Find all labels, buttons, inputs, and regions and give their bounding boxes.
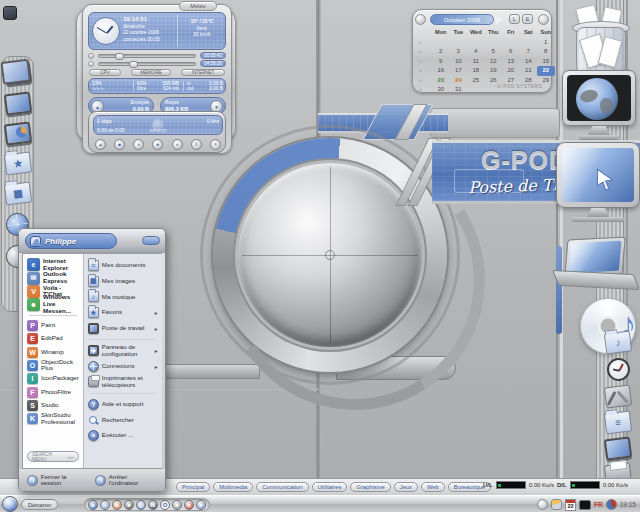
- calendar-day[interactable]: 14: [520, 57, 538, 66]
- slider-cap[interactable]: [88, 61, 94, 67]
- calendar-day[interactable]: 31: [450, 85, 468, 94]
- tools-icon[interactable]: [604, 384, 632, 408]
- taskbar-group-button[interactable]: Graphisme: [350, 482, 390, 492]
- taskbar-group-button[interactable]: Communication: [256, 482, 308, 492]
- calendar-day[interactable]: 9: [432, 57, 450, 66]
- start-label[interactable]: Démarrer: [21, 499, 58, 510]
- menu-item[interactable]: IIconPackager: [25, 372, 81, 385]
- favorites-folder-icon[interactable]: ★: [3, 151, 31, 175]
- taskbar-group-button[interactable]: Jeux: [394, 482, 418, 492]
- menu-item[interactable]: ♪Ma musique: [86, 289, 160, 305]
- slider-thumb[interactable]: [115, 53, 124, 60]
- taskbar-group-button[interactable]: Principal: [176, 482, 210, 492]
- laptop-icon[interactable]: [556, 238, 640, 298]
- calendar-day[interactable]: 22: [537, 66, 555, 75]
- calendar-day[interactable]: 25: [467, 76, 485, 85]
- taskbar-group-button[interactable]: Utilitaires: [312, 482, 348, 492]
- black-ball-icon[interactable]: ●: [124, 500, 134, 510]
- calendar-day[interactable]: 3: [450, 47, 468, 56]
- calendar-day[interactable]: 15: [537, 57, 555, 66]
- next-button[interactable]: »: [172, 139, 183, 150]
- calendar-view-button[interactable]: L: [509, 14, 520, 24]
- calendar-day[interactable]: 30: [432, 85, 450, 94]
- menu-item[interactable]: PPaint: [25, 319, 81, 332]
- calendar-day[interactable]: 13: [502, 57, 520, 66]
- search-menu-pill[interactable]: SEARCH MENU»»: [27, 451, 79, 462]
- calendar-month-header[interactable]: October 2006: [430, 14, 494, 25]
- calendar-day[interactable]: 11: [467, 57, 485, 66]
- menu-item[interactable]: ☻Windows Live Messen...: [25, 298, 81, 311]
- timer-slider-track[interactable]: [98, 54, 196, 58]
- menu-item[interactable]: WWinamp: [25, 345, 81, 358]
- calendar-day[interactable]: 2: [432, 47, 450, 56]
- dual-monitor-icon[interactable]: [3, 61, 31, 85]
- calendar-day[interactable]: 19: [485, 66, 503, 75]
- my-computer-icon[interactable]: [3, 91, 31, 115]
- chart-monitor-icon[interactable]: [3, 121, 31, 145]
- slider-thumb[interactable]: [129, 61, 138, 68]
- calendar-day[interactable]: 18: [467, 66, 485, 75]
- calendar-day[interactable]: 10: [450, 57, 468, 66]
- swirl-icon[interactable]: ◎: [136, 500, 146, 510]
- calendar-view-button[interactable]: E: [522, 14, 533, 24]
- log-off-button[interactable]: Fermer la session: [27, 474, 87, 486]
- opera-icon[interactable]: O: [160, 500, 170, 510]
- menu-item[interactable]: ▦Mes images: [86, 274, 160, 290]
- calendar-day[interactable]: 1: [537, 38, 555, 47]
- calendar-day[interactable]: 24: [450, 76, 468, 85]
- tray-collapse-button[interactable]: [537, 499, 548, 510]
- menu-item[interactable]: KSkinStudio Professional: [25, 412, 81, 425]
- shut-down-button[interactable]: Arrêter l'ordinateur: [95, 474, 157, 486]
- calendar-ornament[interactable]: [538, 14, 549, 25]
- menu-item[interactable]: »Exécuter ...: [86, 428, 160, 444]
- menu-item[interactable]: ≡Mes documents: [86, 258, 160, 274]
- pause-button[interactable]: ‖: [191, 139, 202, 150]
- internet-explorer-icon[interactable]: e: [88, 500, 98, 510]
- prev-button[interactable]: «: [133, 139, 144, 150]
- weather-tray-icon[interactable]: [551, 499, 562, 510]
- tray-clock[interactable]: 19:15: [620, 501, 638, 508]
- documents-folder-icon[interactable]: ≡: [604, 410, 632, 434]
- calendar-day[interactable]: 23: [432, 76, 450, 85]
- media-folder-icon[interactable]: ▦: [3, 181, 31, 205]
- sky-icon[interactable]: ~: [100, 500, 110, 510]
- menu-item[interactable]: ✉Outlook Express: [25, 271, 81, 284]
- calendar-day[interactable]: 6: [502, 47, 520, 56]
- blue-ball-icon[interactable]: ●: [196, 500, 206, 510]
- calendar-tray-icon[interactable]: 22: [565, 499, 576, 511]
- menu-item[interactable]: Rechercher: [86, 412, 160, 428]
- slider-cap[interactable]: [88, 53, 94, 59]
- language-indicator[interactable]: FR: [594, 501, 603, 508]
- menu-item[interactable]: Imprimantes et télécopieurs: [86, 374, 160, 390]
- shortcut-icon[interactable]: [3, 6, 17, 20]
- calendar-day[interactable]: 21: [520, 66, 538, 75]
- play-button[interactable]: ►: [152, 139, 163, 150]
- menu-item[interactable]: EEditPad: [25, 332, 81, 345]
- antivirus-tray-icon[interactable]: [606, 499, 617, 510]
- calendar-day[interactable]: 7: [520, 47, 538, 56]
- close-button[interactable]: ×: [210, 139, 221, 150]
- poste-de-travail-icon[interactable]: [556, 142, 640, 238]
- red-ball-icon[interactable]: ●: [184, 500, 194, 510]
- timer-slider-track[interactable]: [98, 62, 196, 66]
- taskbar-group-button[interactable]: Web: [421, 482, 445, 492]
- globe-icon[interactable]: ●: [172, 500, 182, 510]
- menu-item[interactable]: Connexions▸: [86, 359, 160, 375]
- taskbar-group-button[interactable]: Multimedia: [213, 482, 253, 492]
- menu-item[interactable]: Poste de travail▸: [86, 320, 160, 336]
- start-button[interactable]: [2, 496, 18, 512]
- clock-icon[interactable]: [605, 357, 631, 383]
- calendar-day[interactable]: 4: [467, 47, 485, 56]
- stop-button[interactable]: ■: [114, 139, 125, 150]
- calendar-day[interactable]: 8: [537, 47, 555, 56]
- calendar-day[interactable]: 17: [450, 66, 468, 75]
- eject-button[interactable]: ▲: [95, 139, 106, 150]
- notes-icon[interactable]: N: [148, 500, 158, 510]
- menu-item[interactable]: ✚Panneau de configuration▸: [86, 343, 160, 359]
- monitor-icon[interactable]: [604, 436, 632, 460]
- menu-item[interactable]: OObjectDock Plus: [25, 359, 81, 372]
- internet-monitor-icon[interactable]: [562, 70, 638, 146]
- music-folder-icon[interactable]: ♪: [604, 330, 632, 354]
- firestorm-icon[interactable]: ●: [112, 500, 122, 510]
- calendar-day[interactable]: 16: [432, 66, 450, 75]
